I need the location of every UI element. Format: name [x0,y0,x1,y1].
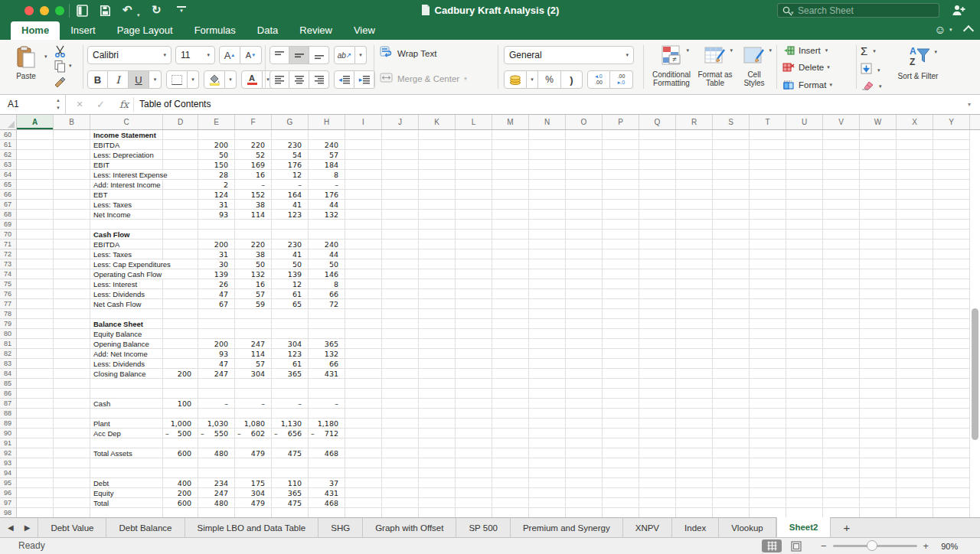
cell-H84[interactable]: 431 [309,370,338,378]
row-header-73[interactable]: 73 [0,259,15,269]
cell-F73[interactable]: 50 [235,260,265,269]
row-header-79[interactable]: 79 [0,319,15,329]
cell-C82[interactable]: Add: Net Income [93,350,149,358]
clear-caret[interactable]: ▾ [879,83,882,90]
column-header-U[interactable]: U [786,115,823,129]
cell-H87[interactable]: – [309,399,338,408]
cell-G97[interactable]: 475 [272,499,302,507]
cell-H96[interactable]: 431 [309,489,338,497]
cell-E66[interactable]: 124 [198,191,228,199]
wrap-text-button[interactable]: Wrap Text [380,46,436,60]
cell-C96[interactable]: Equity [93,489,115,497]
row-header-62[interactable]: 62 [0,150,15,160]
column-header-F[interactable]: F [235,115,272,129]
cell-G71[interactable]: 230 [272,240,302,249]
cell-H90[interactable]: 712 [309,429,338,438]
column-header-O[interactable]: O [566,115,603,129]
search-scope-caret[interactable]: ▾ [791,5,794,20]
row-header-85[interactable]: 85 [0,379,15,389]
cell-F64[interactable]: 16 [235,171,265,179]
cell-H83[interactable]: 66 [309,360,338,368]
cell-F76[interactable]: 57 [235,290,265,298]
tab-formulas[interactable]: Formulas [184,21,247,40]
cell-F84[interactable]: 304 [235,370,265,378]
cell-C63[interactable]: EBIT [93,161,111,169]
cell-F71[interactable]: 220 [235,240,265,249]
cell-G64[interactable]: 12 [272,171,302,179]
column-header-G[interactable]: G [272,115,309,129]
cell-E75[interactable]: 26 [198,280,228,288]
column-header-K[interactable]: K [419,115,456,129]
cell-G66[interactable]: 164 [272,191,302,199]
column-header-W[interactable]: W [860,115,897,129]
font-color-icon[interactable]: A [241,70,263,89]
row-header-88[interactable]: 88 [0,409,15,419]
cell-G77[interactable]: 65 [272,300,302,308]
row-header-74[interactable]: 74 [0,269,15,279]
row-header-86[interactable]: 86 [0,389,15,399]
cell-D87[interactable]: 100 [163,399,191,408]
page-layout-view-button[interactable] [786,539,806,552]
cell-G83[interactable]: 61 [272,360,302,368]
cell-H67[interactable]: 44 [309,200,338,209]
cell-G62[interactable]: 54 [272,151,302,159]
sheet-tab-simple-lbo-and-data-table[interactable]: Simple LBO and Data Table [185,518,319,537]
cell-H76[interactable]: 66 [309,290,338,298]
column-header-M[interactable]: M [492,115,529,129]
select-all-corner[interactable] [0,115,17,130]
cell-E73[interactable]: 30 [198,260,228,269]
cell-E84[interactable]: 247 [198,370,228,378]
fill-color-caret[interactable]: ▾ [225,70,237,89]
cell-G68[interactable]: 123 [272,210,302,219]
prev-sheet-icon[interactable]: ◀ [8,523,14,532]
cell-C68[interactable]: Net Income [93,210,132,219]
cell-C62[interactable]: Less: Depreciation [93,151,155,159]
feedback-caret[interactable]: ▾ [949,27,952,32]
row-header-64[interactable]: 64 [0,170,15,180]
cell-G92[interactable]: 475 [272,449,302,458]
add-sheet-button[interactable]: + [831,518,862,537]
column-header-R[interactable]: R [676,115,713,129]
cell-H71[interactable]: 240 [309,240,338,249]
cell-G65[interactable]: – [272,181,302,189]
tab-review[interactable]: Review [289,21,343,40]
comma-style-button[interactable]: ) [561,70,583,89]
column-header-Q[interactable]: Q [639,115,676,129]
formula-bar-expand-caret[interactable]: ▾ [968,95,971,114]
cell-E82[interactable]: 93 [198,350,228,358]
percent-style-button[interactable]: % [538,70,561,89]
borders-caret[interactable]: ▾ [188,70,199,89]
align-middle-button[interactable] [289,46,309,64]
cell-G87[interactable]: – [272,399,302,408]
cell-H65[interactable]: – [309,181,338,189]
row-header-66[interactable]: 66 [0,190,15,200]
row-header-80[interactable]: 80 [0,329,15,339]
cell-G96[interactable]: 365 [272,489,302,497]
cell-H92[interactable]: 468 [309,449,338,458]
row-header-89[interactable]: 89 [0,419,15,429]
grow-font-button[interactable]: A▲ [219,46,240,64]
align-left-button[interactable] [270,70,289,89]
align-top-button[interactable] [270,46,289,64]
cell-E68[interactable]: 93 [198,210,228,219]
cell-E67[interactable]: 31 [198,200,228,209]
cell-E72[interactable]: 31 [198,250,228,259]
clear-button[interactable]: ▾ [861,80,882,93]
sheet-tab-premium-and-synergy[interactable]: Premium and Synergy [511,518,623,537]
cell-G67[interactable]: 41 [272,200,302,209]
align-bottom-button[interactable] [309,46,329,64]
cell-C95[interactable]: Debt [93,479,110,487]
sheet-tab-debt-balance[interactable]: Debt Balance [106,518,185,537]
delete-cells-button[interactable]: Delete ▾ [782,63,830,72]
cell-F65[interactable]: – [235,181,265,189]
row-header-96[interactable]: 96 [0,488,15,498]
autosum-button[interactable]: Σ ▾ [861,44,876,57]
cell-G75[interactable]: 12 [272,280,302,288]
row-header-87[interactable]: 87 [0,399,15,409]
increase-indent-button[interactable]: ▸ [354,70,375,89]
cell-F90[interactable]: 602 [235,429,265,438]
cell-E61[interactable]: 200 [198,141,228,149]
row-header-82[interactable]: 82 [0,349,15,359]
font-name-caret[interactable]: ▾ [163,52,166,58]
fx-icon[interactable]: fx [119,95,129,114]
